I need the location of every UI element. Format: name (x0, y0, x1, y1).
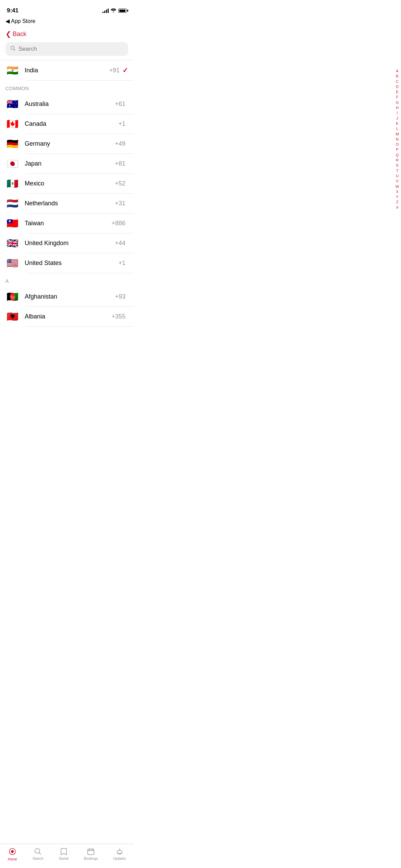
search-input[interactable] (19, 46, 123, 52)
content-scroll: 🇮🇳 India +91 ✓ COMMON 🇦🇺 Australia +61 🇨… (0, 60, 134, 357)
japan-code: +81 (115, 160, 125, 167)
australia-flag: 🇦🇺 (5, 99, 19, 109)
nav-bar: ❮ Back (0, 27, 134, 42)
status-icons (102, 8, 127, 13)
india-flag: 🇮🇳 (5, 65, 19, 75)
taiwan-flag: 🇹🇼 (5, 218, 19, 228)
afghanistan-code: +93 (115, 293, 125, 300)
australia-item[interactable]: 🇦🇺 Australia +61 (0, 94, 134, 114)
afghanistan-flag: 🇦🇫 (5, 291, 19, 302)
albania-flag: 🇦🇱 (5, 311, 19, 322)
canada-name: Canada (25, 120, 118, 128)
us-code: +1 (118, 260, 125, 267)
common-section-header: COMMON (0, 80, 134, 94)
search-icon (10, 46, 16, 52)
us-name: United States (25, 260, 118, 267)
albania-code: +355 (111, 313, 125, 320)
svg-point-0 (113, 12, 114, 13)
afghanistan-name: Afghanistan (25, 293, 115, 300)
uk-name: United Kingdom (25, 240, 115, 247)
australia-code: +61 (115, 100, 125, 108)
mexico-flag: 🇲🇽 (5, 178, 19, 189)
status-time: 9:41 (7, 7, 19, 14)
albania-name: Albania (25, 313, 111, 320)
japan-item[interactable]: 🇯🇵 Japan +81 (0, 154, 134, 173)
app-store-bar: ◀ App Store (0, 16, 134, 27)
search-bar[interactable] (5, 42, 128, 56)
uk-code: +44 (115, 240, 125, 247)
germany-code: +49 (115, 140, 125, 147)
us-item[interactable]: 🇺🇸 United States +1 (0, 253, 134, 273)
netherlands-item[interactable]: 🇳🇱 Netherlands +31 (0, 193, 134, 213)
mexico-item[interactable]: 🇲🇽 Mexico +52 (0, 173, 134, 193)
us-flag: 🇺🇸 (5, 258, 19, 268)
a-section-header: A (0, 273, 134, 287)
canada-code: +1 (118, 120, 125, 128)
wifi-icon (111, 8, 116, 13)
netherlands-name: Netherlands (25, 200, 115, 207)
germany-flag: 🇩🇪 (5, 138, 19, 149)
signal-icon (102, 9, 109, 13)
mexico-code: +52 (115, 180, 125, 187)
uk-flag: 🇬🇧 (5, 238, 19, 248)
selected-checkmark: ✓ (122, 66, 128, 74)
canada-item[interactable]: 🇨🇦 Canada +1 (0, 114, 134, 134)
canada-flag: 🇨🇦 (5, 119, 19, 129)
india-name: India (25, 67, 109, 74)
app-store-back-icon: ◀ (5, 18, 10, 24)
japan-flag: 🇯🇵 (5, 158, 19, 169)
battery-icon (118, 9, 127, 13)
afghanistan-item[interactable]: 🇦🇫 Afghanistan +93 (0, 287, 134, 306)
taiwan-code: +886 (111, 220, 125, 227)
germany-name: Germany (25, 140, 115, 147)
germany-item[interactable]: 🇩🇪 Germany +49 (0, 134, 134, 154)
app-store-label: App Store (11, 18, 35, 24)
taiwan-name: Taiwan (25, 220, 111, 227)
taiwan-item[interactable]: 🇹🇼 Taiwan +886 (0, 213, 134, 233)
search-container (0, 42, 134, 60)
japan-name: Japan (25, 160, 115, 167)
india-code: +91 (109, 67, 120, 74)
netherlands-flag: 🇳🇱 (5, 198, 19, 208)
selected-country-item[interactable]: 🇮🇳 India +91 ✓ (0, 60, 134, 80)
netherlands-code: +31 (115, 200, 125, 207)
albania-item[interactable]: 🇦🇱 Albania +355 (0, 306, 134, 326)
back-chevron-icon: ❮ (5, 30, 11, 38)
back-label: Back (13, 31, 26, 38)
status-bar: 9:41 (0, 0, 134, 16)
mexico-name: Mexico (25, 180, 115, 187)
back-button[interactable]: ❮ Back (5, 30, 26, 38)
australia-name: Australia (25, 100, 115, 108)
uk-item[interactable]: 🇬🇧 United Kingdom +44 (0, 233, 134, 253)
